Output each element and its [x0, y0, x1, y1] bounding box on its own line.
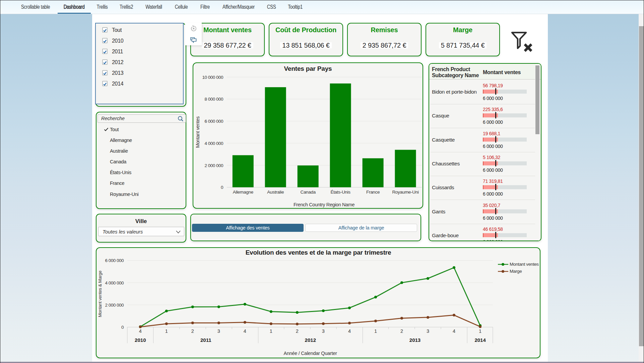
svg-text:1: 1 — [270, 328, 272, 334]
svg-text:Evolution des ventes et de la: Evolution des ventes et de la marge par … — [246, 249, 391, 256]
svg-text:4 000 000: 4 000 000 — [204, 141, 223, 146]
svg-text:Marge: Marge — [510, 269, 522, 274]
svg-text:French Country Region Name: French Country Region Name — [294, 202, 355, 207]
svg-text:6 000 000: 6 000 000 — [105, 258, 124, 263]
svg-text:États-Unis: États-Unis — [330, 190, 350, 195]
svg-text:Montant ventes: Montant ventes — [195, 116, 200, 148]
svg-text:1: 1 — [479, 328, 481, 334]
svg-text:France: France — [366, 190, 380, 195]
svg-text:Montant ventes: Montant ventes — [510, 262, 539, 267]
svg-text:2 000 000: 2 000 000 — [105, 303, 124, 308]
svg-text:10 000 000: 10 000 000 — [202, 75, 223, 80]
svg-text:2011: 2011 — [200, 337, 211, 343]
svg-text:3: 3 — [427, 328, 429, 334]
svg-text:0: 0 — [121, 325, 124, 330]
svg-text:6 000 000: 6 000 000 — [204, 119, 223, 124]
svg-text:4: 4 — [453, 328, 455, 334]
svg-text:2010: 2010 — [135, 337, 146, 343]
svg-text:Montant ventes & Marge: Montant ventes & Marge — [98, 271, 103, 317]
svg-text:0: 0 — [221, 185, 223, 190]
svg-text:Année / Calendar Quarter: Année / Calendar Quarter — [284, 351, 337, 356]
svg-text:2: 2 — [296, 328, 299, 334]
svg-text:Allemagne: Allemagne — [233, 190, 253, 195]
svg-text:2012: 2012 — [305, 337, 316, 343]
svg-text:8 000 000: 8 000 000 — [204, 97, 223, 102]
svg-text:Canada: Canada — [300, 190, 316, 195]
svg-text:Royaume-Uni: Royaume-Uni — [392, 190, 419, 195]
svg-text:4 000 000: 4 000 000 — [105, 280, 124, 286]
svg-text:4: 4 — [244, 328, 246, 334]
svg-text:Australie: Australie — [267, 190, 284, 195]
svg-text:3: 3 — [322, 328, 325, 334]
svg-text:4: 4 — [348, 328, 351, 334]
svg-text:2: 2 — [400, 328, 403, 334]
svg-text:3: 3 — [217, 328, 220, 334]
svg-text:2: 2 — [191, 328, 194, 334]
svg-text:4: 4 — [139, 328, 142, 334]
svg-text:2013: 2013 — [409, 337, 421, 343]
svg-text:2 000 000: 2 000 000 — [204, 163, 223, 168]
svg-text:2014: 2014 — [474, 337, 486, 343]
svg-text:Ventes par Pays: Ventes par Pays — [284, 65, 332, 72]
svg-text:1: 1 — [165, 328, 168, 334]
svg-text:1: 1 — [374, 328, 377, 334]
